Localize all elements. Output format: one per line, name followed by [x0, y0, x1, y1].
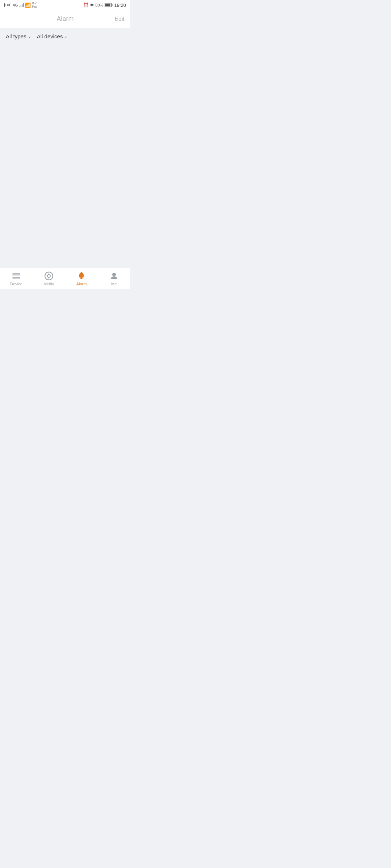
tab-media[interactable]: Media [33, 271, 65, 286]
svg-point-12 [112, 273, 116, 276]
signal-bars [20, 3, 24, 7]
tab-device-label: Device [10, 282, 22, 286]
tab-device[interactable]: Device [0, 271, 33, 286]
all-types-label: All types [6, 33, 26, 39]
signal-bar-1 [20, 6, 20, 7]
me-icon [109, 271, 119, 281]
tab-me[interactable]: Me [98, 271, 130, 286]
status-left: HD 4G 📶 8.7 K/s [4, 1, 37, 9]
alarm-icon [77, 271, 86, 281]
device-line-1 [12, 273, 20, 275]
hd-badge: HD [4, 3, 11, 7]
media-icon [44, 271, 54, 281]
status-bar: HD 4G 📶 8.7 K/s ⏰ ✱ 88% 19:20 [0, 0, 130, 10]
svg-rect-11 [81, 272, 82, 273]
time-display: 19:20 [114, 3, 126, 8]
tab-alarm[interactable]: Alarm [65, 271, 98, 286]
edit-button[interactable]: Edit [114, 16, 125, 22]
chevron-down-icon: ⌄ [28, 34, 31, 39]
battery-percent: 88% [95, 3, 103, 7]
svg-point-10 [80, 278, 83, 279]
page-header: Alarm Edit [0, 10, 130, 28]
device-line-3 [12, 277, 20, 278]
status-right: ⏰ ✱ 88% 19:20 [83, 3, 126, 8]
tab-bar: Device Media [0, 268, 130, 289]
svg-rect-1 [112, 4, 113, 6]
alarm-clock-icon: ⏰ [83, 3, 89, 8]
all-types-dropdown[interactable]: All types ⌄ [6, 33, 31, 39]
network-speed: 8.7 K/s [32, 1, 37, 9]
device-line-2 [12, 276, 20, 277]
bluetooth-icon: ✱ [90, 3, 94, 8]
signal-bar-3 [22, 4, 22, 7]
device-icon [12, 271, 21, 281]
all-devices-dropdown[interactable]: All devices ⌄ [37, 33, 68, 39]
page-title: Alarm [56, 15, 73, 23]
tab-media-label: Media [43, 282, 54, 286]
tab-me-label: Me [111, 282, 117, 286]
main-content [0, 43, 130, 267]
svg-rect-2 [105, 4, 110, 7]
battery-icon [105, 3, 113, 7]
tab-alarm-label: Alarm [76, 282, 87, 286]
chevron-down-icon-2: ⌄ [64, 34, 67, 39]
signal-bar-2 [21, 5, 21, 7]
all-devices-label: All devices [37, 33, 63, 39]
wifi-icon: 📶 [25, 3, 31, 8]
network-type: 4G [13, 3, 18, 7]
signal-bar-4 [23, 3, 24, 7]
svg-point-4 [47, 275, 50, 277]
filter-bar: All types ⌄ All devices ⌄ [0, 28, 130, 43]
